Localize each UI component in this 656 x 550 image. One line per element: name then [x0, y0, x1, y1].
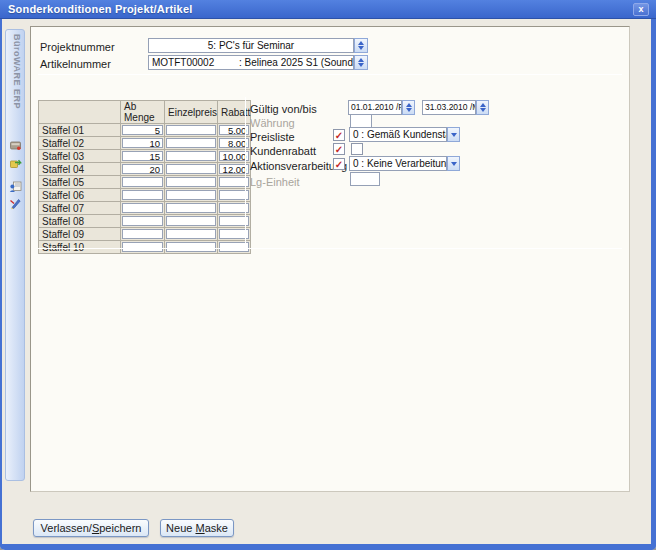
- table-row: Staffel 07: [39, 202, 251, 215]
- titlebar: Sonderkonditionen Projekt/Artikel: [0, 0, 656, 19]
- abmenge-field[interactable]: [122, 190, 163, 200]
- gueltig-von-spinner[interactable]: [402, 100, 415, 115]
- abmenge-field[interactable]: 20: [122, 164, 163, 174]
- card-index-icon[interactable]: [9, 139, 22, 152]
- arrow-down-icon: [358, 63, 364, 67]
- kundenrabatt-enable-checkbox[interactable]: ✓: [333, 143, 345, 155]
- dialog-sonderkonditionen: Sonderkonditionen Projekt/Artikel x Büro…: [0, 0, 656, 550]
- button-label: peichern: [99, 522, 141, 534]
- separator: [245, 97, 246, 248]
- einzelpreis-field[interactable]: [166, 151, 216, 161]
- row-label: Staffel 08: [39, 215, 121, 228]
- col-header-abmenge: Ab Menge: [121, 101, 165, 124]
- aktionsverarbeitung-dropdown-button[interactable]: [447, 156, 460, 171]
- preisliste-checkbox[interactable]: ✓: [333, 129, 345, 141]
- button-label: Neue: [166, 522, 195, 534]
- separator: [38, 74, 622, 75]
- artikelnummer-desc: : Belinea 2025 S1 (Sound, Silber): [239, 56, 354, 69]
- staffel-table: Ab Menge Einzelpreis Rabatt Staffel 01 5…: [38, 100, 251, 254]
- neue-maske-button[interactable]: Neue Maske: [160, 519, 234, 537]
- chevron-down-icon: [451, 162, 457, 166]
- arrow-down-icon: [480, 108, 486, 112]
- einzelpreis-field[interactable]: [166, 177, 216, 187]
- contact-notes-icon[interactable]: [9, 180, 22, 193]
- signature-pen-icon[interactable]: [9, 197, 22, 210]
- col-header-einzelpreis: Einzelpreis: [165, 101, 218, 124]
- row-label: Staffel 09: [39, 228, 121, 241]
- table-row: Staffel 04 20 12,00: [39, 163, 251, 176]
- preisliste-dropdown-button[interactable]: [447, 127, 460, 142]
- aktionsverarbeitung-dropdown[interactable]: 0 : Keine Verarbeitung: [349, 156, 447, 171]
- abmenge-field[interactable]: 15: [122, 151, 163, 161]
- einzelpreis-field[interactable]: [166, 203, 216, 213]
- button-label: M: [195, 522, 204, 534]
- row-label: Staffel 03: [39, 150, 121, 163]
- window-border-bottom: [0, 544, 656, 550]
- arrow-up-icon: [480, 103, 486, 107]
- einzelpreis-field[interactable]: [166, 125, 216, 135]
- lg-einheit-field[interactable]: [350, 172, 380, 186]
- einzelpreis-field[interactable]: [166, 138, 216, 148]
- package-transfer-icon[interactable]: [9, 157, 22, 170]
- lg-einheit-label: Lg-Einheit: [250, 176, 300, 188]
- abmenge-field[interactable]: 10: [122, 138, 163, 148]
- einzelpreis-field[interactable]: [166, 242, 216, 252]
- waehrung-field[interactable]: [350, 114, 372, 128]
- artikelnummer-code: MOTFT00002: [152, 56, 214, 69]
- aktionsverarbeitung-checkbox[interactable]: ✓: [333, 158, 345, 170]
- table-row: Staffel 08: [39, 215, 251, 228]
- button-label: aske: [205, 522, 228, 534]
- einzelpreis-field[interactable]: [166, 190, 216, 200]
- table-header-row: Ab Menge Einzelpreis Rabatt: [39, 101, 251, 124]
- arrow-down-icon: [358, 46, 364, 50]
- artikelnummer-field[interactable]: MOTFT00002 : Belinea 2025 S1 (Sound, Sil…: [148, 55, 354, 70]
- table-row: Staffel 03 15 10,00: [39, 150, 251, 163]
- artikelnummer-spinner[interactable]: [354, 55, 368, 70]
- abmenge-field[interactable]: [122, 177, 163, 187]
- window-border-left: [0, 19, 2, 550]
- table-row: Staffel 06: [39, 189, 251, 202]
- table-row: Staffel 10: [39, 241, 251, 254]
- row-label: Staffel 06: [39, 189, 121, 202]
- gueltig-bis-spinner[interactable]: [476, 100, 489, 115]
- gueltig-von-field[interactable]: 01.01.2010 /Fr: [348, 100, 402, 115]
- close-icon[interactable]: x: [633, 3, 649, 16]
- row-label: Staffel 01: [39, 124, 121, 137]
- projektnummer-value: 5: PC's für Seminar: [208, 40, 294, 51]
- button-label: Verlassen/: [41, 522, 92, 534]
- row-label: Staffel 02: [39, 137, 121, 150]
- abmenge-field[interactable]: 5: [122, 125, 163, 135]
- kundenrabatt-label: Kundenrabatt: [250, 145, 316, 157]
- table-row: Staffel 02 10 8,00: [39, 137, 251, 150]
- einzelpreis-field[interactable]: [166, 216, 216, 226]
- einzelpreis-field[interactable]: [166, 229, 216, 239]
- row-label: Staffel 10: [39, 241, 121, 254]
- arrow-up-icon: [358, 58, 364, 62]
- dialog-title: Sonderkonditionen Projekt/Artikel: [8, 3, 192, 15]
- preisliste-label: Preisliste: [250, 131, 295, 143]
- table-row: Staffel 05: [39, 176, 251, 189]
- arrow-up-icon: [358, 41, 364, 45]
- projektnummer-spinner[interactable]: [354, 38, 368, 53]
- col-header-empty: [39, 101, 121, 124]
- arrow-up-icon: [406, 103, 412, 107]
- abmenge-field[interactable]: [122, 203, 163, 213]
- einzelpreis-field[interactable]: [166, 164, 216, 174]
- abmenge-field[interactable]: [122, 242, 163, 252]
- kundenrabatt-checkbox[interactable]: [351, 143, 363, 155]
- row-label: Staffel 05: [39, 176, 121, 189]
- sidebar: BüroWARE ERP: [5, 29, 25, 481]
- projektnummer-field[interactable]: 5: PC's für Seminar: [148, 38, 354, 53]
- window-border-right: [651, 19, 656, 550]
- row-label: Staffel 04: [39, 163, 121, 176]
- preisliste-dropdown[interactable]: 0 : Gemäß Kundenstamm: [349, 127, 447, 142]
- artikelnummer-label: Artikelnummer: [40, 58, 111, 70]
- verlassen-speichern-button[interactable]: Verlassen/Speichern: [33, 519, 149, 537]
- table-row: Staffel 09: [39, 228, 251, 241]
- abmenge-field[interactable]: [122, 216, 163, 226]
- abmenge-field[interactable]: [122, 229, 163, 239]
- brand-label: BüroWARE ERP: [10, 34, 22, 109]
- projektnummer-label: Projektnummer: [40, 41, 115, 53]
- content-panel: [30, 26, 630, 492]
- gueltig-bis-field[interactable]: 31.03.2010 /Mi: [422, 100, 476, 115]
